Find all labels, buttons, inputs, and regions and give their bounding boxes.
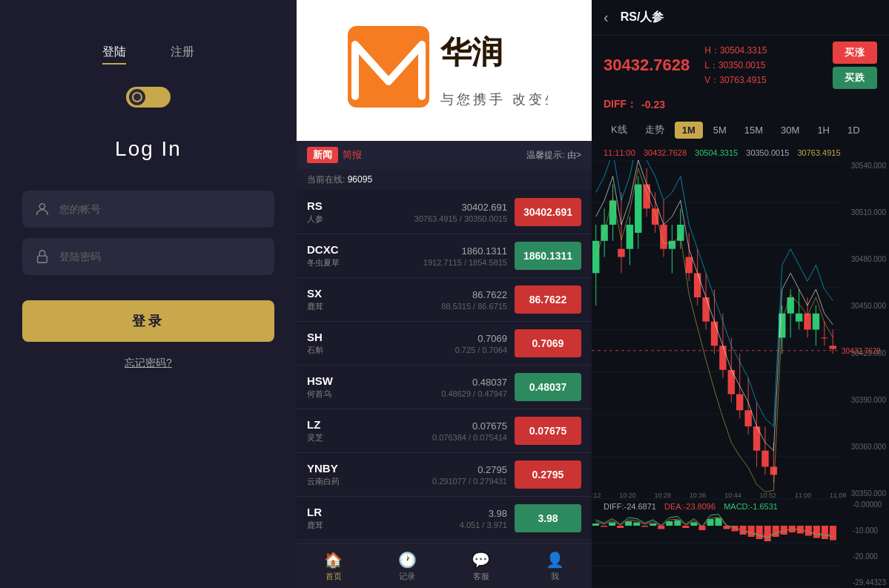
market-panel: 华润 与您携手 改变生活 新闻 简报 温馨提示: 由> 当前在线: 96095 …	[297, 0, 592, 588]
macd-price-scale: -0.00000 -10.000 -20.000 -29.44323	[853, 499, 886, 588]
market-main-price: 30402.691	[414, 202, 507, 213]
market-info: DCXC 冬虫夏草	[307, 243, 423, 268]
market-item[interactable]: HSW 何首乌 0.48037 0.48629 / 0.47947 0.4803…	[297, 366, 592, 409]
password-input-group	[22, 238, 274, 275]
market-name: 云南白药	[307, 476, 432, 487]
price-tick-2: 30510.000	[851, 208, 886, 217]
chart-hv: H：30504.3315 L：30350.0015 V：30763.4915	[704, 44, 767, 87]
market-main-price: 1860.1311	[423, 245, 507, 257]
nav-item-首页[interactable]: 🏠首页	[297, 544, 371, 588]
market-info: SX 鹿茸	[307, 287, 441, 312]
username-input-group	[22, 191, 274, 228]
chart-tab-5M[interactable]: 5M	[706, 122, 734, 139]
market-main-price: 0.07675	[432, 420, 507, 432]
market-badge: 30402.691	[515, 198, 581, 226]
svg-text:华润: 华润	[440, 35, 503, 70]
chart-main-price: 30432.7628	[604, 56, 690, 75]
chart-price-row: 30432.7628 H：30504.3315 L：30350.0015 V：3…	[592, 36, 889, 95]
market-item[interactable]: DCXC 冬虫夏草 1860.1311 1912.7115 / 1854.581…	[297, 234, 592, 278]
market-name: 鹿茸	[307, 301, 441, 312]
market-code: LZ	[307, 418, 432, 431]
market-item[interactable]: YNBY 云南白药 0.2795 0.291077 / 0.279431 0.2…	[297, 453, 592, 497]
chart-time-price4: 30763.4915	[797, 148, 840, 157]
market-name: 鹿茸	[307, 520, 460, 531]
market-name: 冬虫夏草	[307, 257, 423, 268]
buy-rise-button[interactable]: 买涨	[833, 42, 877, 64]
chart-price-scale: 30540.000 30510.000 30480.000 30450.000 …	[851, 160, 886, 499]
chart-back-button[interactable]: ‹	[604, 9, 609, 26]
password-field[interactable]	[59, 251, 262, 262]
market-code: SH	[307, 331, 455, 343]
market-item[interactable]: SH 石斛 0.7069 0.725 / 0.7064 0.7069	[297, 322, 592, 366]
price-tick-8: 30350.000	[851, 489, 886, 498]
diff-value: -0.23	[641, 99, 665, 110]
price-tick-1: 30540.000	[851, 162, 886, 170]
chart-tab-1M[interactable]: 1M	[675, 122, 703, 139]
forgot-password-link[interactable]: 忘记密码?	[125, 357, 172, 370]
theme-toggle[interactable]	[126, 87, 171, 108]
chart-high-row: H：30504.3315	[704, 44, 767, 57]
chart-header: ‹ RS/人参	[592, 0, 889, 36]
market-badge: 86.7622	[515, 285, 581, 314]
login-title: Log In	[115, 137, 182, 161]
username-field[interactable]	[59, 203, 262, 215]
macd-tick-1: -0.00000	[853, 501, 886, 509]
market-item[interactable]: LR 鹿茸 3.98 4.051 / 3.971 3.98	[297, 497, 592, 541]
market-sub-prices: 0.076384 / 0.075414	[432, 433, 507, 442]
macd-chart-canvas	[592, 499, 889, 588]
nav-icon: 💬	[472, 551, 490, 569]
market-code: RS	[307, 199, 414, 212]
market-sub-prices: 0.725 / 0.7064	[455, 346, 507, 354]
market-prices: 0.7069 0.725 / 0.7064	[455, 333, 507, 354]
news-tip[interactable]: 温馨提示: 由>	[526, 149, 581, 162]
tab-login[interactable]: 登陆	[102, 44, 126, 65]
login-button[interactable]: 登录	[22, 300, 274, 342]
macd-tick-3: -20.000	[853, 552, 886, 561]
main-chart-canvas	[592, 160, 889, 499]
market-main-price: 3.98	[460, 508, 507, 519]
nav-label: 首页	[325, 571, 342, 582]
nav-label: 我	[551, 571, 559, 582]
bottom-nav: 🏠首页🕐记录💬客服👤我	[297, 543, 592, 588]
market-badge: 0.7069	[515, 329, 581, 357]
chart-tab-30M[interactable]: 30M	[773, 122, 807, 139]
chart-time-price1: 30432.7628	[644, 148, 687, 157]
chart-tab-1D[interactable]: 1D	[840, 122, 867, 139]
market-item[interactable]: RS 人参 30402.691 30763.4915 / 30350.0015 …	[297, 191, 592, 234]
chart-tab-15M[interactable]: 15M	[737, 122, 770, 139]
chart-tab-1H[interactable]: 1H	[810, 122, 837, 139]
market-prices: 0.07675 0.076384 / 0.075414	[432, 420, 507, 442]
tab-register[interactable]: 注册	[171, 44, 194, 65]
chart-time: 11:11:00	[604, 148, 635, 157]
price-tick-3: 30480.000	[851, 255, 886, 263]
price-tick-6: 30390.000	[851, 396, 886, 404]
market-code: SX	[307, 287, 441, 300]
market-item[interactable]: LZ 灵芝 0.07675 0.076384 / 0.075414 0.0767…	[297, 409, 592, 453]
market-code: LR	[307, 506, 460, 518]
nav-item-记录[interactable]: 🕐记录	[371, 544, 445, 588]
buy-fall-button[interactable]: 买跌	[833, 67, 877, 89]
market-main-price: 0.7069	[455, 333, 507, 344]
news-bar: 新闻 简报 温馨提示: 由>	[297, 141, 592, 169]
nav-item-客服[interactable]: 💬客服	[444, 544, 518, 588]
news-subtitle: 简报	[343, 148, 362, 162]
chart-panel: ‹ RS/人参 30432.7628 H：30504.3315 L：30350.…	[592, 0, 889, 588]
online-prefix: 当前在线:	[307, 174, 345, 185]
market-badge: 3.98	[515, 504, 581, 532]
market-info: LZ 灵芝	[307, 418, 432, 443]
macd-macd: MACD:-1.6531	[724, 502, 778, 511]
market-sub-prices: 1912.7115 / 1854.5815	[423, 258, 507, 267]
market-logo: 华润 与您携手 改变生活	[297, 0, 592, 141]
market-prices: 3.98 4.051 / 3.971	[460, 508, 507, 529]
nav-item-我[interactable]: 👤我	[518, 544, 592, 588]
chart-title: RS/人参	[621, 10, 664, 25]
chart-tab-K线[interactable]: K线	[604, 120, 635, 139]
market-badge: 1860.1311	[515, 242, 581, 270]
svg-rect-1	[38, 256, 47, 262]
market-name: 人参	[307, 214, 414, 225]
market-item[interactable]: SX 鹿茸 86.7622 88.5315 / 86.6715 86.7622	[297, 278, 592, 322]
diff-label: DIFF：	[604, 98, 637, 111]
chart-tab-走势[interactable]: 走势	[638, 120, 672, 139]
market-sub-prices: 4.051 / 3.971	[460, 521, 507, 529]
nav-label: 记录	[399, 571, 415, 582]
